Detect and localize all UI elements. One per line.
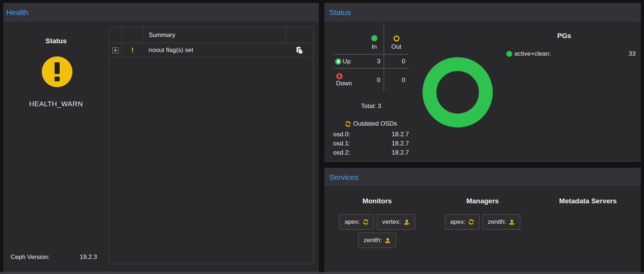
warning-exclamation-icon: ! bbox=[131, 46, 134, 54]
health-warning-icon bbox=[42, 56, 72, 87]
osd-up-row-label: Up bbox=[333, 55, 365, 68]
service-name: apex: bbox=[345, 218, 360, 226]
service-name: apex: bbox=[450, 218, 466, 226]
legend-dot-icon bbox=[506, 51, 512, 57]
service-name: vertex: bbox=[382, 218, 401, 226]
severity-column-header bbox=[122, 27, 143, 43]
ceph-version-value: 19.2.3 bbox=[80, 253, 97, 261]
pgs-legend-label: active+clean: bbox=[514, 50, 551, 58]
upload-icon bbox=[404, 219, 410, 225]
status-panel: Status In Out bbox=[324, 3, 641, 162]
metadata-servers-column: Metadata Servers bbox=[535, 187, 641, 272]
status-panel-header: Status bbox=[324, 3, 641, 22]
managers-column: Managers apex: bbox=[430, 187, 535, 272]
filled-circle-icon bbox=[371, 35, 377, 41]
out-label: Out bbox=[391, 43, 401, 51]
ceph-dashboard: Health Status HEALTH_WARN Ceph Version: … bbox=[0, 0, 644, 274]
pgs-legend-value: 33 bbox=[629, 50, 636, 58]
osd-in-header: In bbox=[365, 22, 384, 55]
health-state-text: HEALTH_WARN bbox=[3, 100, 109, 108]
osd-name: osd.0: bbox=[333, 131, 350, 138]
ceph-version-label: Ceph Version: bbox=[11, 253, 50, 261]
ceph-version-row: Ceph Version: 19.2.3 bbox=[11, 253, 97, 261]
arrow-up-circle-icon bbox=[335, 58, 342, 65]
monitor-apex-button[interactable]: apex: bbox=[339, 214, 374, 230]
osd-updown-table: In Out Up 3 0 bbox=[333, 22, 409, 92]
ring-icon bbox=[394, 36, 399, 41]
monitors-heading: Monitors bbox=[362, 197, 392, 205]
table-row[interactable]: ! noout flag(s) set bbox=[109, 43, 313, 58]
osd-down-in-value: 0 bbox=[365, 68, 384, 92]
services-panel-title: Services bbox=[329, 173, 359, 182]
service-name: zenith: bbox=[364, 237, 382, 244]
outdated-osds-label: Outdated OSDs bbox=[353, 120, 397, 127]
exclamation-dot bbox=[55, 77, 60, 81]
monitors-button-row: apex: vertex: bbox=[339, 214, 415, 230]
managers-heading: Managers bbox=[466, 197, 499, 205]
pgs-legend-row: active+clean: 33 bbox=[493, 50, 636, 58]
services-panel: Services Monitors apex: bbox=[324, 168, 641, 272]
down-label: Down bbox=[336, 80, 352, 87]
refresh-icon bbox=[363, 219, 369, 225]
expand-row-icon[interactable] bbox=[112, 47, 119, 53]
health-status-heading: Status bbox=[3, 37, 109, 45]
expand-cell bbox=[109, 43, 122, 57]
copy-column-header bbox=[286, 27, 313, 43]
outdated-osd-row: osd.0: 18.2.7 bbox=[333, 131, 409, 138]
refresh-icon bbox=[468, 219, 474, 225]
upload-icon bbox=[385, 237, 391, 243]
health-status-column: Status HEALTH_WARN Ceph Version: 19.2.3 bbox=[3, 22, 109, 272]
bottom-edge-strip bbox=[0, 272, 644, 274]
osd-table-corner-cell bbox=[333, 22, 365, 55]
managers-button-row: apex: zenith: bbox=[445, 214, 521, 230]
osd-down-out-value: 0 bbox=[384, 68, 409, 92]
pgs-title: PGs bbox=[493, 32, 636, 40]
status-panel-title: Status bbox=[329, 8, 351, 17]
osd-name: osd.1: bbox=[333, 140, 350, 147]
service-name: zenith: bbox=[488, 218, 506, 226]
monitor-zenith-button[interactable]: zenith: bbox=[358, 233, 396, 248]
osd-down-row-label: Down bbox=[333, 68, 365, 92]
severity-cell: ! bbox=[122, 46, 143, 54]
arrow-down-circle-icon bbox=[336, 73, 343, 79]
outdated-osd-row: osd.2: 18.2.7 bbox=[333, 149, 409, 156]
osd-version: 18.2.7 bbox=[392, 140, 409, 147]
health-panel-body: Status HEALTH_WARN Ceph Version: 19.2.3 … bbox=[3, 22, 319, 272]
expand-column-header bbox=[109, 27, 122, 43]
osd-up-in-value: 3 bbox=[365, 55, 384, 68]
services-panel-header: Services bbox=[324, 168, 641, 187]
services-columns: Monitors apex: bbox=[324, 187, 641, 272]
status-panel-body: In Out Up 3 0 bbox=[324, 22, 641, 161]
summary-column-header: Summary bbox=[143, 27, 286, 43]
osd-out-header: Out bbox=[384, 22, 409, 55]
monitor-vertex-button[interactable]: vertex: bbox=[377, 214, 415, 230]
outdated-osd-row: osd.1: 18.2.7 bbox=[333, 140, 409, 147]
in-label: In bbox=[372, 43, 377, 51]
manager-zenith-button[interactable]: zenith: bbox=[482, 214, 520, 230]
osd-name: osd.2: bbox=[333, 149, 350, 156]
health-table-header: Summary bbox=[109, 27, 313, 43]
pgs-donut-chart bbox=[422, 57, 493, 127]
osd-total: Total: 3 bbox=[333, 103, 409, 110]
outdated-osds-title: Outdated OSDs bbox=[333, 120, 409, 127]
summary-cell: noout flag(s) set bbox=[143, 47, 286, 54]
health-panel-header: Health bbox=[3, 3, 319, 22]
health-panel-title: Health bbox=[6, 8, 29, 17]
upload-icon bbox=[509, 219, 515, 225]
osd-version: 18.2.7 bbox=[392, 149, 409, 156]
metadata-servers-heading: Metadata Servers bbox=[559, 197, 617, 205]
monitors-column: Monitors apex: bbox=[324, 187, 430, 272]
up-label: Up bbox=[343, 58, 351, 65]
health-summary-table: Summary ! noout flag(s) set bbox=[109, 27, 313, 264]
copy-icon[interactable] bbox=[296, 47, 303, 54]
health-panel: Health Status HEALTH_WARN Ceph Version: … bbox=[3, 3, 319, 272]
refresh-icon bbox=[345, 121, 351, 127]
copy-cell bbox=[286, 47, 313, 54]
manager-apex-button[interactable]: apex: bbox=[445, 214, 480, 230]
osd-up-out-value: 0 bbox=[384, 55, 409, 68]
monitors-button-row-2: zenith: bbox=[358, 233, 396, 248]
exclamation-bar bbox=[55, 62, 60, 74]
osd-version: 18.2.7 bbox=[392, 131, 409, 138]
